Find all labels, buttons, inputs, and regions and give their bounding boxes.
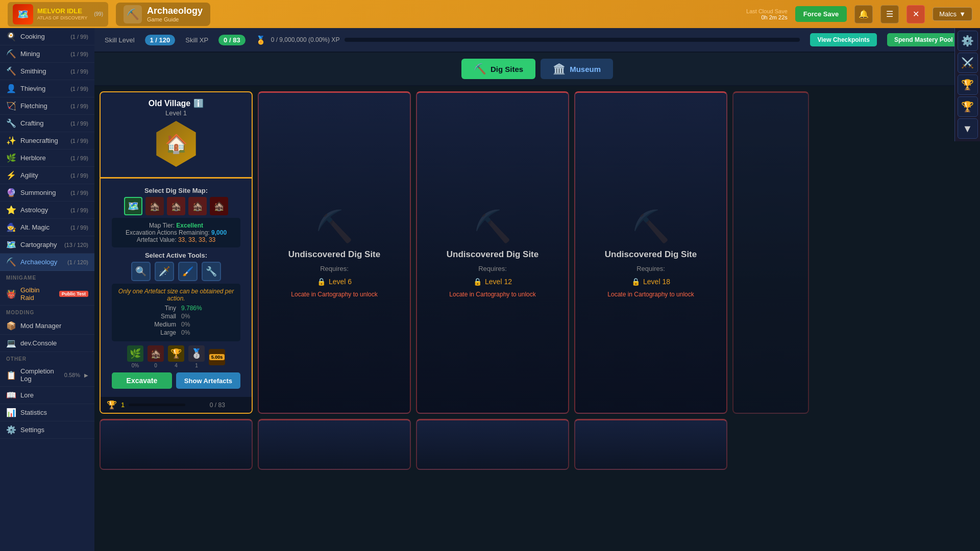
sidebar-item-mining[interactable]: ⛏️ Mining (1 / 99) [0, 45, 94, 63]
trophy-progress-num: 1 [121, 401, 125, 409]
force-save-button[interactable]: Force Save [795, 6, 847, 22]
header-close-button[interactable]: ✕ [906, 5, 925, 23]
old-village-card: Old Village ℹ️ Level 1 🏠 Select Dig Site… [100, 91, 253, 414]
tiny-row: Tiny 9.786% [118, 305, 234, 312]
tab-dig-sites[interactable]: ⛏️ Dig Sites [461, 59, 535, 79]
sidebar-item-agility[interactable]: ⚡ Agility (1 / 99) [0, 167, 94, 184]
sidebar-item-dev-console[interactable]: 💻 dev.Console [0, 335, 94, 352]
sidebar-label-crafting: Crafting [20, 119, 66, 127]
artefact-warning: Only one Artefact size can be obtained p… [118, 288, 234, 302]
tool-1[interactable]: 🔍 [131, 262, 151, 281]
runecrafting-icon: ✨ [6, 136, 16, 145]
sidebar-count-archaeology: (1 / 120) [67, 259, 88, 265]
level-req-1: 🔒 Level 6 [317, 278, 352, 286]
show-artefacts-button[interactable]: Show Artefacts [176, 372, 240, 389]
username-chevron-icon: ▼ [959, 10, 966, 18]
fletching-icon: 🏹 [6, 101, 16, 111]
map-option-2[interactable]: 🏚️ [145, 197, 164, 215]
map-option-5[interactable]: 🏚️ [210, 197, 228, 215]
map-tier-label: Map Tier: [149, 222, 175, 229]
sidebar-label-cooking: Cooking [20, 33, 66, 40]
undiscovered-card-1: ⛏️ Undiscovered Dig Site Requires: 🔒 Lev… [258, 91, 411, 414]
right-panel-trophy-button-2[interactable]: 🏆 [958, 96, 978, 117]
cartography-note-1: Locate in Cartography to unlock [291, 291, 377, 298]
sidebar-item-summoning[interactable]: 🔮 Summoning (1 / 99) [0, 184, 94, 202]
map-option-4[interactable]: 🏚️ [188, 197, 207, 215]
sidebar-item-cartography[interactable]: 🗺️ Cartography (13 / 120) [0, 236, 94, 254]
skill-bar: Skill Level 1 / 120 Skill XP 0 / 83 🏅 0 … [94, 28, 980, 53]
settings-icon: ⚙️ [6, 425, 16, 435]
requires-label-3: Requires: [636, 265, 665, 272]
progress-icon-box-red: 🏚️ [148, 345, 164, 362]
sidebar-item-lore[interactable]: 📖 Lore [0, 387, 94, 404]
sidebar-item-smithing[interactable]: 🔨 Smithing (1 / 99) [0, 63, 94, 80]
tool-4[interactable]: 🔧 [202, 262, 221, 281]
time-badge: 5.00s [209, 354, 225, 360]
tab-bar: ⛏️ Dig Sites 🏛️ Museum [94, 53, 980, 86]
progress-val-2: 0 [154, 363, 157, 368]
cooking-icon: 🍳 [6, 32, 16, 41]
sidebar-item-cooking[interactable]: 🍳 Cooking (1 / 99) [0, 28, 94, 45]
tool-3[interactable]: 🖌️ [178, 262, 198, 281]
sidebar-item-statistics[interactable]: 📊 Statistics [0, 404, 94, 421]
progress-icon-time: 5.00s [209, 349, 225, 365]
map-option-3[interactable]: 🏚️ [167, 197, 185, 215]
sidebar-label-fletching: Fletching [20, 102, 66, 110]
username-button[interactable]: Malcs ▼ [933, 7, 972, 21]
minigame-section-header: MINIGAME [0, 271, 94, 283]
statistics-icon: 📊 [6, 408, 16, 417]
header-menu-button[interactable]: ☰ [880, 5, 899, 23]
undiscovered-icon-1: ⛏️ [315, 208, 354, 244]
agility-icon: ⚡ [6, 170, 16, 180]
skill-header-info: Archaeology Game Guide [147, 6, 203, 22]
view-checkpoints-button[interactable]: View Checkpoints [810, 33, 876, 46]
sidebar-item-astrology[interactable]: ⭐ Astrology (1 / 99) [0, 202, 94, 219]
info-icon[interactable]: ℹ️ [193, 98, 204, 108]
astrology-icon: ⭐ [6, 205, 16, 215]
sidebar-item-archaeology[interactable]: ⛏️ Archaeology (1 / 120) [0, 254, 94, 271]
dig-sites-grid: Old Village ℹ️ Level 1 🏠 Select Dig Site… [94, 86, 980, 551]
skill-header-guide[interactable]: Game Guide [147, 16, 203, 22]
artefact-value-nums: 33, 33, 33, 33 [178, 236, 215, 243]
map-option-1[interactable]: 🗺️ [124, 197, 142, 215]
undiscovered-card-row2-4 [574, 419, 727, 470]
action-buttons: Excavate Show Artefacts [112, 372, 240, 389]
sidebar-count-herblore: (1 / 99) [70, 155, 88, 161]
sidebar-item-settings[interactable]: ⚙️ Settings [0, 421, 94, 439]
old-village-image: 🏠 [153, 121, 199, 167]
sidebar-item-completion-log[interactable]: 📋 Completion Log 0.58% ▶ [0, 364, 94, 387]
large-label: Large [148, 329, 176, 336]
sidebar-item-herblore[interactable]: 🌿 Herblore (1 / 99) [0, 149, 94, 167]
mastery-icon: 🏅 [256, 35, 266, 45]
dig-sites-row-2 [100, 419, 975, 470]
mining-icon: ⛏️ [6, 49, 16, 59]
excavate-button[interactable]: Excavate [112, 372, 172, 389]
sidebar-item-thieving[interactable]: 👤 Thieving (1 / 99) [0, 80, 94, 97]
sidebar-item-golbin-raid[interactable]: 👹 Golbin Raid Public Test [0, 283, 94, 306]
sidebar-item-mod-manager[interactable]: 📦 Mod Manager [0, 317, 94, 335]
sidebar-item-alt-magic[interactable]: 🧙 Alt. Magic (1 / 99) [0, 219, 94, 236]
undiscovered-card-2: ⛏️ Undiscovered Dig Site Requires: 🔒 Lev… [416, 91, 569, 414]
right-panel-combat-button[interactable]: ⚔️ [958, 53, 978, 73]
top-header: 🗺️ MELVOR IDLE ATLAS OF DISCOVERY (99) ⛏… [0, 0, 980, 28]
progress-icon-box-silver: 🥈 [188, 345, 205, 362]
sidebar-item-runecrafting[interactable]: ✨ Runecrafting (1 / 99) [0, 132, 94, 149]
tool-2[interactable]: 🗡️ [155, 262, 174, 281]
sidebar-item-crafting[interactable]: 🔧 Crafting (1 / 99) [0, 115, 94, 132]
trophy-progress-icon: 🏆 [107, 400, 117, 410]
logo-area: 🗺️ MELVOR IDLE ATLAS OF DISCOVERY (99) [8, 2, 108, 27]
header-notifications-button[interactable]: 🔔 [854, 5, 873, 23]
sidebar-item-fletching[interactable]: 🏹 Fletching (1 / 99) [0, 97, 94, 115]
sidebar-label-cartography: Cartography [20, 241, 60, 248]
sidebar-label-statistics: Statistics [20, 409, 88, 416]
dig-site-progress: 🏆 1 0 / 83 [101, 397, 252, 413]
sidebar-label-dev-console: dev.Console [20, 339, 88, 347]
right-panel-chevron-button[interactable]: ▼ [958, 118, 978, 139]
right-panel-gear-button[interactable]: ⚙️ [958, 31, 978, 51]
mastery-progress-bg [345, 38, 800, 42]
right-panel-trophy-button-1[interactable]: 🏆 [958, 74, 978, 95]
xp-label: Skill XP [185, 36, 208, 44]
smithing-icon: 🔨 [6, 66, 16, 76]
tab-museum[interactable]: 🏛️ Museum [541, 59, 613, 79]
sidebar-label-thieving: Thieving [20, 85, 66, 92]
